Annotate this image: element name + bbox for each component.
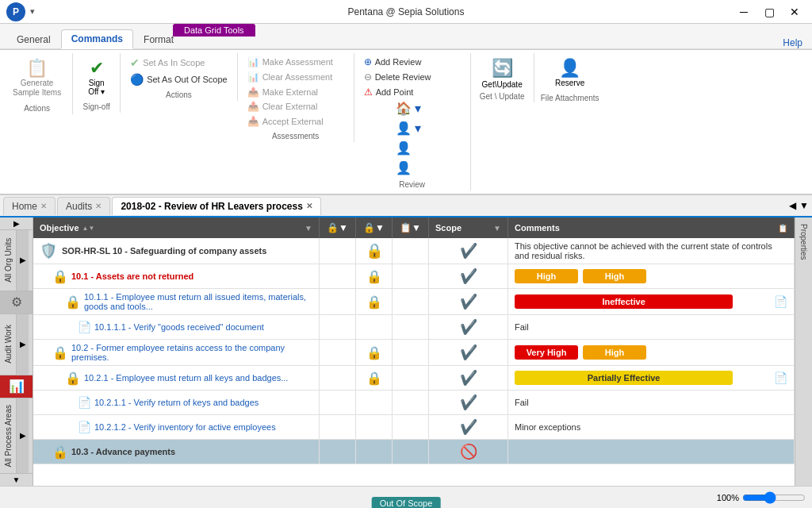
row-1011-comments: Ineffective 📄	[508, 289, 795, 314]
accept-external-button[interactable]: 📥 Accept External	[244, 114, 347, 129]
row-101-objective[interactable]: 🔒 10.1 - Assets are not returned	[33, 264, 320, 288]
row10211-scope-icon: ✔️	[460, 394, 477, 411]
help-button[interactable]: Help	[773, 37, 812, 48]
row-102-objective[interactable]: 🔒 10.2 - Former employee retains access …	[33, 340, 320, 365]
row-101-comments: High High	[508, 264, 795, 288]
sign-off-button[interactable]: ✔ SignOff ▾	[81, 55, 113, 99]
gear-button[interactable]: ⚙	[0, 291, 33, 314]
make-assessment-button[interactable]: 📊 Make Assessment	[244, 55, 347, 69]
row-102-scope[interactable]: ✔️	[429, 340, 508, 365]
row-10212-objective[interactable]: 📄 10.2.1.2 - Verify inventory for active…	[33, 415, 320, 439]
tab-home-close[interactable]: ✕	[40, 202, 47, 210]
row-1021-comments: Partially Effective 📄	[508, 366, 795, 390]
row-sor-col2	[320, 238, 356, 264]
clear-external-button[interactable]: 📤 Clear External	[244, 99, 347, 114]
set-as-in-scope-button[interactable]: ✔ Set As In Scope	[127, 55, 231, 71]
get-update-label: Get\Update	[482, 80, 523, 89]
reserve-button[interactable]: 👤 Reserve	[550, 55, 589, 90]
row1021-doc-icon[interactable]: 📄	[774, 371, 787, 384]
row-1011-scope[interactable]: ✔️	[429, 289, 508, 314]
row-sor-objective[interactable]: 🛡️ SOR-HR-SL 10 - Safeguarding of compan…	[33, 238, 320, 264]
reserve-icon: 👤	[559, 58, 580, 79]
clear-assessment-button[interactable]: 📊 Clear Assessment	[244, 70, 347, 84]
generate-sample-items-button[interactable]: 📋 GenerateSample Items	[8, 55, 66, 101]
zoom-slider[interactable]	[742, 491, 806, 504]
row-10111-scope[interactable]: ✔️	[429, 315, 508, 339]
delete-review-button[interactable]: ⊖ Delete Review	[361, 70, 464, 84]
objective-sort-icon[interactable]: ▲▼	[82, 225, 95, 232]
row1021-icon: 🔒	[65, 371, 81, 386]
row10111-text: 10.1.1.1 - Verify "goods received" docum…	[94, 322, 264, 332]
row-1011-col2	[320, 289, 356, 314]
sign-off-label: SignOff ▾	[88, 79, 105, 96]
ribbon-group-scope: ✔ Set As In Scope 🔵 Set As Out Of Scope …	[121, 53, 238, 101]
row-10211-scope[interactable]: ✔️	[429, 391, 508, 414]
row-sor-scope[interactable]: ✔️	[429, 238, 508, 264]
row-103-col2	[320, 440, 356, 464]
row-103-objective[interactable]: 🔒 10.3 - Advance payments	[33, 440, 320, 464]
row-1021-objective[interactable]: 🔒 10.2.1 - Employee must return all keys…	[33, 366, 320, 390]
scope-filter-icon[interactable]: ▼	[493, 224, 501, 233]
make-external-button[interactable]: 📤 Make External	[244, 85, 347, 99]
tab-review-close[interactable]: ✕	[306, 202, 312, 210]
tab-audits-close[interactable]: ✕	[95, 202, 102, 210]
add-point-button[interactable]: ⚠ Add Point	[361, 85, 464, 99]
table-row: 📄 10.2.1.2 - Verify inventory for active…	[33, 415, 795, 440]
close-button[interactable]: ✕	[783, 4, 806, 20]
audit-work-expand[interactable]: ▶	[16, 314, 29, 375]
powerpoint-button[interactable]: 📊	[0, 375, 33, 398]
sor-scope-icon: ✔️	[460, 242, 477, 260]
tab-review[interactable]: 2018-02 - Review of HR Leavers process ✕	[112, 197, 320, 215]
row-10212-col3	[356, 415, 393, 439]
set-as-out-of-scope-button[interactable]: 🔵 Set As Out Of Scope	[127, 71, 231, 87]
review-option4-button[interactable]: 👤	[393, 159, 496, 177]
tab-home[interactable]: Home ✕	[3, 197, 56, 215]
clear-ext-icon: 📤	[247, 101, 259, 112]
sor-lock-icon: 🔒	[366, 242, 383, 260]
row102-badge2: High	[583, 345, 646, 360]
row-1011-objective[interactable]: 🔒 10.1.1 - Employee must return all issu…	[33, 289, 320, 314]
clear-assess-icon: 📊	[247, 71, 259, 83]
row-1021-scope[interactable]: ✔️	[429, 366, 508, 390]
objective-filter-icon[interactable]: ▼	[304, 224, 312, 233]
ribbon-group-signoff: ✔ SignOff ▾ Sign-off	[73, 53, 121, 113]
clear-assess-label: Clear Assessment	[262, 72, 333, 82]
tab-audits[interactable]: Audits ✕	[57, 197, 110, 215]
row-10111-col3	[356, 315, 393, 339]
row-10212-scope[interactable]: ✔️	[429, 415, 508, 439]
make-assess-label: Make Assessment	[262, 57, 333, 67]
sidebar-expand-bottom[interactable]: ▼	[0, 473, 33, 486]
all-org-expand[interactable]: ▶	[16, 230, 29, 291]
review-option3-button[interactable]: 👤	[393, 139, 496, 157]
table-row: 🔒 10.1 - Assets are not returned 🔒 ✔️ Hi…	[33, 264, 795, 289]
ribbon-top: Data Grid Tools General Commands Format …	[0, 24, 812, 49]
sidebar-expand-top[interactable]: ▶	[0, 217, 33, 230]
col4-filter-icon[interactable]: 📋▼	[400, 222, 421, 233]
row101-lock-icon: 🔒	[366, 269, 382, 284]
row102-scope-icon: ✔️	[460, 344, 477, 361]
minimize-button[interactable]: ─	[733, 4, 755, 20]
row-10111-objective[interactable]: 📄 10.1.1.1 - Verify "goods received" doc…	[33, 315, 320, 339]
app-logo: P	[6, 2, 25, 21]
properties-label[interactable]: Properties	[796, 217, 811, 267]
row1011-doc-icon[interactable]: 📄	[774, 295, 787, 308]
review-option2-button[interactable]: 👤 ▾	[393, 119, 496, 137]
table-row: 🔒 10.2 - Former employee retains access …	[33, 340, 795, 366]
row103-scope-icon: 🚫	[460, 443, 477, 460]
row-101-scope[interactable]: ✔️	[429, 264, 508, 288]
tab-nav-next[interactable]: ▼	[799, 200, 809, 211]
tools-ribbon-label: Data Grid Tools	[173, 24, 255, 37]
row-10211-objective[interactable]: 📄 10.2.1.1 - Verify return of keys and b…	[33, 391, 320, 414]
row102-lock-icon: 🔒	[366, 345, 382, 360]
tab-general[interactable]: General	[6, 30, 61, 48]
accept-ext-icon: 📥	[247, 116, 259, 127]
add-review-button[interactable]: ⊕ Add Review	[361, 55, 464, 69]
tab-commands[interactable]: Commands	[61, 29, 133, 49]
comments-filter-icon[interactable]: 📋	[778, 224, 787, 233]
row-103-scope[interactable]: 🚫	[429, 440, 508, 464]
all-process-expand[interactable]: ▶	[16, 398, 29, 473]
tab-nav-prev[interactable]: ◀	[789, 200, 796, 211]
maximize-button[interactable]: ▢	[758, 4, 780, 20]
col2-filter-icon[interactable]: 🔒▼	[327, 222, 348, 233]
col3-filter-icon[interactable]: 🔒▼	[363, 222, 385, 233]
